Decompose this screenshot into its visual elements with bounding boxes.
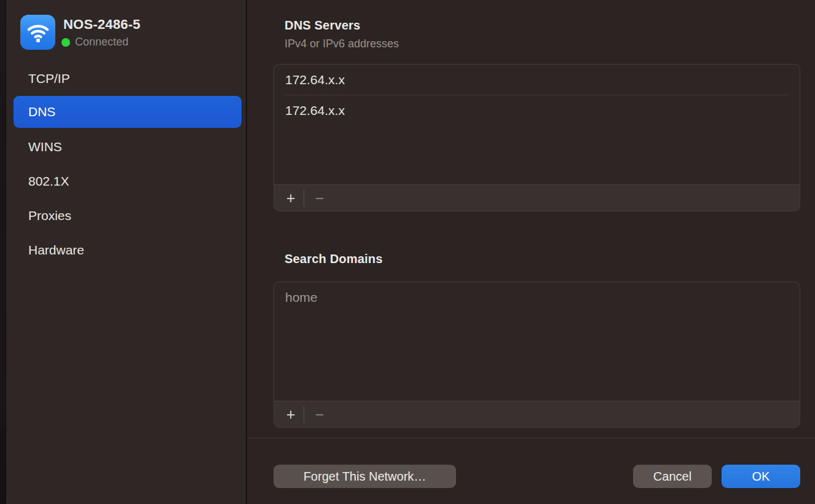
search-domains-toolbar: + − — [274, 401, 800, 427]
main-panel: DNS Servers IPv4 or IPv6 addresses 172.6… — [247, 0, 815, 504]
status-label: Connected — [75, 36, 128, 49]
connection-status: Connected — [61, 36, 128, 49]
dns-server-entry[interactable]: 172.64.x.x — [274, 65, 800, 95]
sidebar-item-wins[interactable]: WINS — [14, 138, 242, 156]
wifi-icon — [20, 15, 55, 50]
sidebar-item-proxies[interactable]: Proxies — [14, 207, 242, 224]
sidebar-item-dns[interactable]: DNS — [14, 96, 242, 128]
sidebar-item-tcpip[interactable]: TCP/IP — [14, 70, 242, 87]
remove-dns-server-button[interactable]: − — [308, 189, 331, 207]
window-edge — [0, 0, 6, 504]
dns-server-entry[interactable]: 172.64.x.x — [274, 95, 800, 125]
toolbar-separator — [304, 190, 304, 207]
network-details-sheet: NOS-2486-5 Connected TCP/IP DNS WINS 802… — [0, 0, 815, 504]
sidebar: NOS-2486-5 Connected TCP/IP DNS WINS 802… — [6, 0, 246, 504]
network-name: NOS-2486-5 — [63, 17, 141, 33]
dns-servers-title: DNS Servers — [285, 18, 360, 33]
forget-network-button[interactable]: Forget This Network… — [274, 465, 456, 488]
toolbar-separator — [304, 406, 304, 423]
dns-servers-subtitle: IPv4 or IPv6 addresses — [285, 37, 399, 50]
add-dns-server-button[interactable]: + — [279, 189, 302, 207]
cancel-button[interactable]: Cancel — [633, 465, 712, 488]
sidebar-item-8021x[interactable]: 802.1X — [14, 173, 242, 190]
remove-search-domain-button[interactable]: − — [308, 405, 331, 423]
status-dot-icon — [61, 38, 70, 47]
search-domain-entry[interactable]: home — [274, 282, 800, 312]
search-domains-list: home + − — [274, 282, 800, 428]
add-search-domain-button[interactable]: + — [279, 405, 302, 423]
dns-servers-toolbar: + − — [274, 184, 800, 211]
sidebar-item-hardware[interactable]: Hardware — [14, 242, 242, 259]
dns-servers-list: 172.64.x.x 172.64.x.x + − — [274, 64, 800, 211]
search-domains-title: Search Domains — [285, 252, 383, 266]
footer-divider — [247, 438, 815, 438]
ok-button[interactable]: OK — [722, 465, 800, 488]
